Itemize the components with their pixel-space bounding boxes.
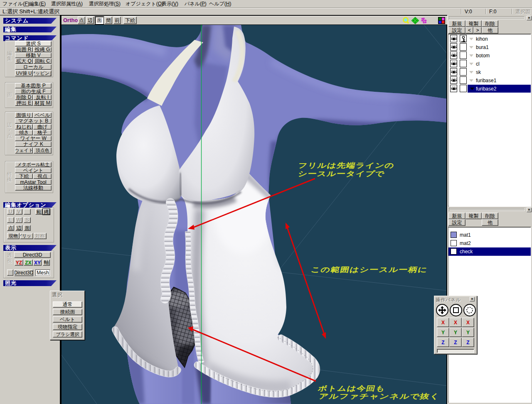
svg-text:この範囲はシースルー柄に: この範囲はシースルー柄に	[310, 266, 429, 274]
svg-text:シースルータイプで: シースルータイプで	[297, 170, 385, 177]
svg-text:フリルは先端ラインの: フリルは先端ラインの	[297, 162, 395, 169]
svg-text:アルファチャンネルで抜く: アルファチャンネルで抜く	[318, 392, 441, 400]
svg-text:ボトムは今回も: ボトムは今回も	[317, 384, 386, 392]
